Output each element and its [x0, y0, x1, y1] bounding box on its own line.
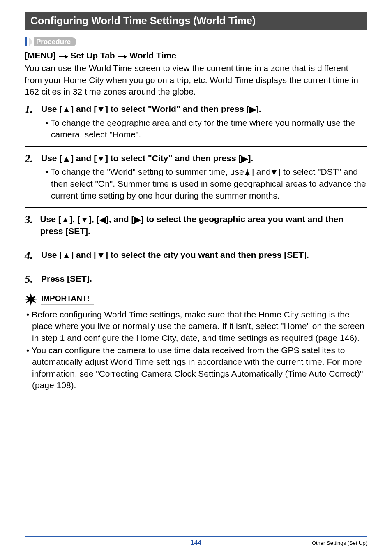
starburst-icon — [25, 293, 37, 306]
step-bullets: To change the "World" setting to summer … — [25, 166, 367, 201]
triangle-down-icon: ▼ — [97, 104, 105, 115]
text: Use [ — [41, 104, 62, 113]
svg-marker-3 — [124, 55, 127, 59]
text: Use [ — [41, 153, 62, 163]
breadcrumb-menu: [MENU] — [25, 51, 56, 60]
important-heading: IMPORTANT! — [25, 293, 367, 306]
list-item: To change the "World" setting to summer … — [51, 166, 367, 201]
breadcrumb-tab: Set Up Tab — [71, 51, 115, 60]
separator — [25, 146, 367, 147]
arrow-right-icon — [58, 51, 68, 61]
step-title: Press [SET]. — [41, 273, 92, 285]
triangle-down-icon: ▼ — [97, 250, 105, 261]
procedure-heading: Procedure — [25, 37, 367, 46]
text: ]. — [256, 104, 261, 113]
procedure-bar-accent — [25, 37, 27, 46]
breadcrumb: [MENU] Set Up Tab World Time — [25, 51, 367, 61]
step-number: 2. — [25, 153, 38, 164]
triangle-up-icon: ▲ — [62, 250, 71, 261]
important-label: IMPORTANT! — [41, 294, 94, 305]
list-item: You can configure the camera to use time… — [32, 345, 367, 391]
step-2: 2. Use [▲] and [▼] to select "City" and … — [25, 153, 367, 201]
triangle-up-icon: ▲ — [61, 214, 70, 225]
text: To change the "World" setting to summer … — [51, 167, 249, 176]
step-4: 4. Use [▲] and [▼] to select the city yo… — [25, 249, 367, 261]
page-footer: 144 Other Settings (Set Up) — [25, 536, 367, 546]
text: ] and [ — [71, 250, 97, 259]
text: ], [ — [89, 214, 99, 224]
procedure-chevron-icon — [29, 37, 33, 46]
triangle-up-icon: ▲ — [62, 153, 71, 164]
text: ]. — [248, 153, 253, 163]
svg-marker-5 — [35, 299, 37, 300]
text: ] to select "World" and then press [ — [105, 104, 249, 113]
step-title: Use [▲], [▼], [◀], and [▶] to select the… — [40, 213, 367, 237]
text: ] and [ — [71, 153, 97, 163]
step-number: 4. — [25, 249, 38, 261]
separator — [25, 207, 367, 208]
breadcrumb-item: World Time — [129, 51, 176, 60]
arrow-right-icon — [117, 51, 127, 61]
triangle-down-icon: ▼ — [80, 214, 89, 225]
step-title: Use [▲] and [▼] to select "City" and the… — [41, 153, 253, 164]
triangle-right-icon: ▶ — [241, 153, 248, 164]
step-bullets: To change the geographic area and city f… — [25, 117, 367, 141]
text: Use [ — [40, 214, 61, 224]
text: ] to select the city you want and then p… — [105, 250, 309, 259]
separator — [25, 243, 367, 243]
important-bullets: Before configuring World Time settings, … — [25, 309, 367, 391]
text: ] and [ — [71, 104, 97, 113]
triangle-right-icon: ▶ — [249, 104, 256, 115]
step-3: 3. Use [▲], [▼], [◀], and [▶] to select … — [25, 213, 367, 237]
triangle-right-icon: ▶ — [134, 214, 141, 225]
triangle-down-icon: ▼ — [97, 153, 105, 164]
text: ] to select "City" and then press [ — [105, 153, 241, 163]
text: Use [ — [41, 250, 62, 259]
step-number: 5. — [25, 273, 38, 285]
triangle-left-icon: ◀ — [99, 214, 106, 225]
text: ], [ — [70, 214, 81, 224]
triangle-up-icon: ▲ — [62, 104, 71, 115]
step-number: 3. — [25, 213, 37, 225]
section-title: Configuring World Time Settings (World T… — [25, 12, 367, 30]
page-number: 144 — [191, 539, 202, 546]
step-title: Use [▲] and [▼] to select "World" and th… — [41, 103, 261, 115]
footer-section-label: Other Settings (Set Up) — [312, 540, 367, 546]
svg-marker-1 — [65, 55, 68, 59]
intro-paragraph: You can use the World Time screen to vie… — [25, 63, 367, 97]
step-1: 1. Use [▲] and [▼] to select "World" and… — [25, 103, 367, 140]
text: ], and [ — [106, 214, 134, 224]
procedure-label: Procedure — [34, 37, 76, 46]
step-number: 1. — [25, 103, 38, 115]
list-item: To change the geographic area and city f… — [51, 117, 367, 141]
separator — [25, 267, 367, 267]
step-title: Use [▲] and [▼] to select the city you w… — [41, 249, 309, 261]
list-item: Before configuring World Time settings, … — [32, 309, 367, 344]
step-5: 5. Press [SET]. — [25, 273, 367, 285]
